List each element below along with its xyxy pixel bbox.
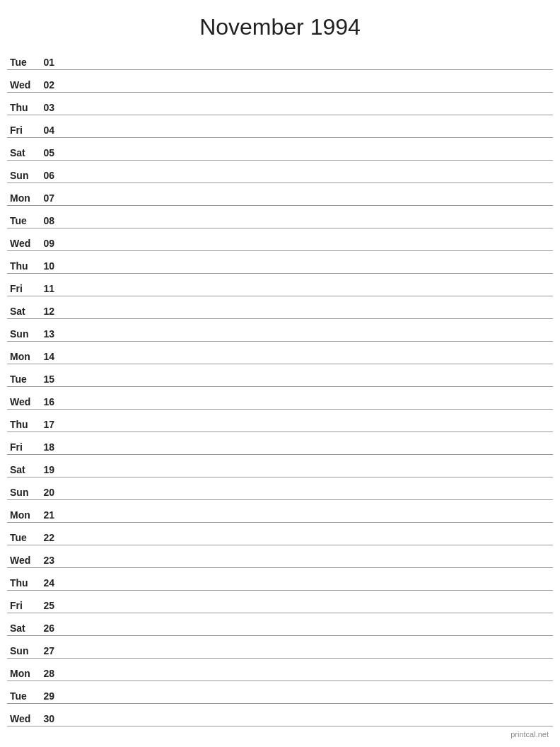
table-row: Fri18 — [7, 432, 553, 455]
day-number: 19 — [39, 464, 60, 475]
day-name: Wed — [7, 396, 39, 407]
day-name: Tue — [7, 690, 39, 702]
day-name: Fri — [7, 124, 39, 136]
table-row: Sun20 — [7, 477, 553, 500]
day-number: 12 — [39, 306, 60, 317]
day-name: Thu — [7, 419, 39, 430]
day-name: Tue — [7, 57, 39, 68]
table-row: Mon07 — [7, 183, 553, 206]
table-row: Tue08 — [7, 206, 553, 228]
day-line — [60, 520, 553, 521]
day-line — [60, 226, 553, 226]
day-name: Mon — [7, 192, 39, 204]
day-line — [60, 248, 553, 249]
calendar-grid: Tue01Wed02Thu03Fri04Sat05Sun06Mon07Tue08… — [0, 47, 560, 726]
table-row: Thu24 — [7, 568, 553, 591]
day-line — [60, 565, 553, 566]
day-line — [60, 497, 553, 498]
day-name: Sun — [7, 170, 39, 181]
day-line — [60, 656, 553, 656]
day-number: 21 — [39, 509, 60, 521]
day-number: 15 — [39, 374, 60, 385]
day-number: 10 — [39, 260, 60, 272]
table-row: Fri11 — [7, 274, 553, 296]
day-line — [60, 475, 553, 475]
day-name: Wed — [7, 555, 39, 566]
day-line — [60, 316, 553, 317]
day-number: 30 — [39, 713, 60, 724]
day-number: 03 — [39, 102, 60, 113]
day-name: Fri — [7, 283, 39, 294]
table-row: Thu17 — [7, 410, 553, 432]
day-number: 20 — [39, 487, 60, 498]
day-line — [60, 407, 553, 407]
table-row: Sat26 — [7, 613, 553, 636]
day-number: 01 — [39, 57, 60, 68]
day-number: 13 — [39, 328, 60, 340]
day-number: 28 — [39, 668, 60, 679]
day-name: Tue — [7, 532, 39, 543]
table-row: Sat05 — [7, 138, 553, 161]
table-row: Tue22 — [7, 523, 553, 545]
day-line — [60, 384, 553, 385]
table-row: Sat19 — [7, 455, 553, 477]
day-name: Sat — [7, 147, 39, 158]
day-number: 25 — [39, 600, 60, 611]
footer-text: printcal.net — [511, 730, 549, 739]
day-name: Thu — [7, 102, 39, 113]
day-line — [60, 158, 553, 158]
day-number: 02 — [39, 79, 60, 91]
day-line — [60, 361, 553, 362]
day-name: Thu — [7, 260, 39, 272]
day-name: Sun — [7, 328, 39, 340]
day-name: Tue — [7, 215, 39, 226]
day-line — [60, 203, 553, 204]
day-number: 24 — [39, 577, 60, 589]
day-line — [60, 339, 553, 340]
day-number: 11 — [39, 283, 60, 294]
day-number: 29 — [39, 690, 60, 702]
day-name: Fri — [7, 600, 39, 611]
table-row: Wed02 — [7, 70, 553, 93]
day-line — [60, 90, 553, 91]
page-title: November 1994 — [0, 0, 560, 47]
day-number: 06 — [39, 170, 60, 181]
table-row: Sun27 — [7, 636, 553, 659]
day-number: 09 — [39, 238, 60, 249]
day-number: 07 — [39, 192, 60, 204]
day-line — [60, 67, 553, 68]
day-name: Fri — [7, 441, 39, 453]
table-row: Tue29 — [7, 681, 553, 704]
table-row: Sun13 — [7, 319, 553, 342]
day-number: 27 — [39, 645, 60, 656]
table-row: Fri04 — [7, 115, 553, 138]
table-row: Thu10 — [7, 251, 553, 274]
table-row: Thu03 — [7, 93, 553, 115]
day-line — [60, 294, 553, 294]
day-line — [60, 678, 553, 679]
day-number: 16 — [39, 396, 60, 407]
day-name: Mon — [7, 668, 39, 679]
day-name: Thu — [7, 577, 39, 589]
day-name: Sun — [7, 645, 39, 656]
day-name: Sun — [7, 487, 39, 498]
table-row: Mon21 — [7, 500, 553, 523]
day-line — [60, 180, 553, 181]
day-name: Mon — [7, 509, 39, 521]
day-line — [60, 724, 553, 724]
day-line — [60, 135, 553, 136]
day-name: Wed — [7, 238, 39, 249]
day-name: Wed — [7, 713, 39, 724]
day-line — [60, 112, 553, 113]
day-number: 08 — [39, 215, 60, 226]
table-row: Mon28 — [7, 659, 553, 681]
day-number: 17 — [39, 419, 60, 430]
day-name: Sat — [7, 622, 39, 634]
table-row: Mon14 — [7, 342, 553, 364]
day-line — [60, 452, 553, 453]
table-row: Sun06 — [7, 161, 553, 183]
day-line — [60, 588, 553, 589]
table-row: Tue15 — [7, 364, 553, 387]
day-number: 05 — [39, 147, 60, 158]
table-row: Sat12 — [7, 296, 553, 319]
